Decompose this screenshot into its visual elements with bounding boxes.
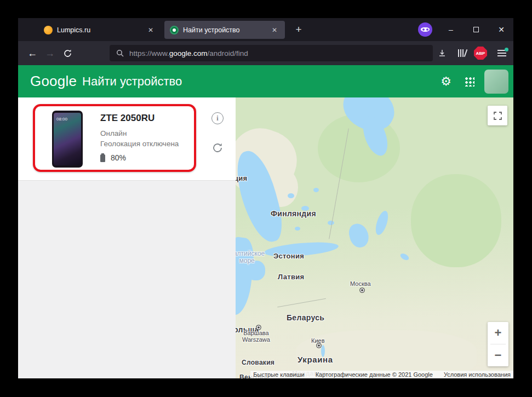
fullscreen-icon — [494, 112, 502, 120]
download-icon — [438, 49, 447, 57]
zoom-out-button[interactable]: − — [488, 344, 508, 366]
maximize-button[interactable] — [464, 18, 488, 41]
city-marker-icon — [258, 326, 260, 329]
tab-bar: Lumpics.ru ✕ Найти устройство ✕ + – ✕ — [18, 18, 513, 41]
city-marker-icon — [361, 289, 363, 291]
lumpics-favicon-icon — [44, 26, 53, 34]
url-domain: google.com — [169, 49, 208, 57]
url-text: https://www.google.com/android/find — [129, 49, 248, 57]
page-title: Найти устройство — [82, 74, 182, 89]
map-border — [277, 298, 326, 308]
search-icon — [116, 49, 124, 57]
map-label: Балтийскоеморе — [236, 250, 265, 264]
minimize-button[interactable]: – — [439, 18, 463, 41]
reload-button[interactable] — [59, 44, 76, 62]
app-header: Google Найти устройство ⚙ — [18, 65, 513, 97]
find-device-favicon-icon — [170, 26, 179, 34]
maximize-icon — [473, 27, 479, 32]
adblock-plus-icon[interactable]: ABP — [474, 47, 487, 60]
fullscreen-button[interactable] — [488, 106, 507, 125]
map-label: Киев — [311, 337, 325, 344]
map-lake — [313, 188, 319, 192]
library-icon — [458, 49, 459, 57]
url-bar[interactable]: https://www.google.com/android/find — [110, 45, 433, 61]
map-label: Словакия — [242, 359, 274, 366]
mask-icon — [421, 27, 430, 32]
zoom-in-button[interactable]: + — [488, 322, 508, 344]
refresh-button[interactable] — [211, 141, 224, 154]
map-lake — [399, 252, 410, 261]
map-water-lake-ladoga — [347, 221, 371, 249]
tab-label: Найти устройство — [183, 26, 265, 34]
page-content: 08:00 ZTE 2050RU Онлайн Геолокация отклю… — [18, 97, 513, 378]
menu-button[interactable] — [493, 44, 511, 62]
map-label: ция — [236, 174, 247, 182]
map-label: Украина — [298, 355, 333, 364]
forward-button: → — [41, 44, 59, 62]
map-lake — [288, 193, 294, 198]
settings-button[interactable]: ⚙ — [435, 65, 457, 97]
url-path: /android/find — [208, 49, 248, 57]
url-scheme: https://www. — [129, 49, 169, 57]
google-logo: Google — [30, 73, 77, 90]
map-copyright: Картографические данные © 2021 Google — [316, 371, 433, 378]
new-tab-button[interactable]: + — [291, 22, 306, 37]
map-attribution: Быстрые клавиши Картографические данные … — [250, 371, 513, 378]
info-button[interactable]: i — [211, 112, 224, 124]
tab-lumpics[interactable]: Lumpics.ru ✕ — [38, 21, 161, 39]
close-window-button[interactable]: ✕ — [489, 18, 513, 41]
map-label: Латвия — [278, 273, 304, 281]
apps-grid-icon — [464, 76, 474, 87]
city-marker-icon — [318, 344, 320, 347]
refresh-icon — [211, 141, 224, 154]
map-water-lake-onega — [373, 209, 390, 236]
tab-close-icon[interactable]: ✕ — [146, 25, 156, 35]
reload-icon — [63, 49, 72, 58]
device-sidebar: 08:00 ZTE 2050RU Онлайн Геолокация отклю… — [18, 97, 236, 378]
map-label: ВаршаваWarszawa — [242, 330, 270, 343]
map-label: Финляндия — [271, 209, 316, 218]
map-label: Москва — [350, 280, 371, 287]
downloads-button[interactable] — [433, 44, 451, 62]
apps-grid-button[interactable] — [458, 65, 480, 97]
map-label: Беларусь — [287, 313, 324, 322]
annotation-highlight — [33, 104, 196, 172]
tab-close-icon[interactable]: ✕ — [270, 25, 279, 35]
back-button[interactable]: ← — [24, 44, 41, 62]
keyboard-shortcuts-link[interactable]: Быстрые клавиши — [253, 371, 304, 378]
map-canvas[interactable]: цияФинляндияБалтийскоемореЭстонияЛатвияМ… — [236, 97, 513, 378]
map-label: Эстония — [273, 252, 304, 260]
private-browsing-icon — [418, 22, 432, 37]
tab-label: Lumpics.ru — [57, 26, 141, 34]
map-terrain — [411, 174, 501, 267]
map-zoom-control: + − — [488, 322, 508, 366]
terms-link[interactable]: Условия использования — [444, 371, 511, 378]
account-avatar[interactable] — [484, 70, 508, 94]
library-button[interactable] — [453, 44, 471, 62]
browser-window: Lumpics.ru ✕ Найти устройство ✕ + – ✕ ← … — [18, 18, 513, 378]
tab-find-device[interactable]: Найти устройство ✕ — [164, 21, 285, 39]
map-lake — [295, 227, 300, 231]
navigation-toolbar: ← → https://www.google.com/android/find … — [18, 41, 513, 65]
notification-dot — [505, 48, 508, 51]
